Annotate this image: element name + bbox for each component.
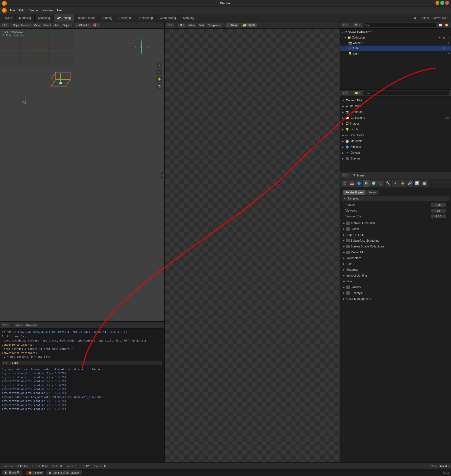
db-brushes[interactable]: ▶ 🖌 Brushes [340,103,451,109]
sss-section[interactable]: ▶ Subsurface Scattering [342,238,450,244]
tab-rendering[interactable]: Rendering [136,14,156,22]
db-collections[interactable]: ▶ 📁 Collections ⬡⬡ [340,115,451,121]
hair-section[interactable]: ▶ Hair [342,261,450,267]
db-current-file[interactable]: ▼ Current File [340,97,451,103]
sc-arrow[interactable] [341,31,343,34]
prop-tab-render[interactable]: 🎬 [341,180,348,187]
cube-eye[interactable]: 👁 [442,46,446,50]
prop-tab-constraints[interactable]: 🔗 [406,180,413,187]
motionblur-section[interactable]: ▶ Motion Blur [342,249,450,255]
light-eye[interactable]: 👁 [446,52,450,56]
outliner-light[interactable]: 💡 Light 👁 [340,51,451,56]
indirect-section[interactable]: ▶ Indirect Lighting [342,273,450,278]
menu-render[interactable]: Render [27,8,40,13]
ao-checkbox[interactable] [346,222,350,225]
snap-dropdown[interactable]: 🧲 ▼ [92,23,100,27]
eevee-btn[interactable]: Eevee [366,190,378,195]
db-objects[interactable]: ▶ 🔸 Objects [340,150,451,156]
tab-texture-paint[interactable]: Texture Paint [74,14,98,22]
dof-section[interactable]: ▶ Depth of Field [342,232,450,238]
outliner-type-dropdown[interactable]: ⬡ ▼ [342,23,349,27]
object-mode-dropdown[interactable]: Object Mode ▼ [11,24,32,27]
console-content[interactable]: PYTHON INTERACTIVE CONSOLE 3.8.10 (defau… [0,329,164,462]
prop-tab-material[interactable]: ⬤ [421,180,428,187]
uv-new-btn[interactable]: + New [226,23,239,27]
hand-icon[interactable]: ✋ [156,76,162,82]
cam-eye[interactable]: 👁 [446,41,450,45]
editor-type-dropdown[interactable]: ⬡ ▼ [1,23,9,27]
tab-animation[interactable]: Animation [116,14,136,22]
uv-editor-type[interactable]: ⬡ ▼ [166,23,174,27]
simplify-section[interactable]: ▶ Simplify [342,284,450,290]
col-eye[interactable]: 👁 [437,36,441,40]
blender-taskbar[interactable]: 🔶 Blender [26,471,44,475]
film-section[interactable]: ▶ Film [342,278,450,284]
freestyle-checkbox[interactable] [346,291,350,295]
object-btn[interactable]: Object [61,24,72,27]
prop-tab-data[interactable]: 📊 [414,180,420,187]
outliner-camera[interactable]: 📷 Camera 👁 [340,40,451,46]
prop-tab-output[interactable]: 📤 [348,180,355,187]
cube-select[interactable]: ✓ [446,46,450,50]
console-editor-type[interactable]: ⬡ ▼ [1,323,9,327]
db-cameras[interactable]: ▶ 📷 Cameras [340,109,451,115]
db-images[interactable]: ▶ 🖼 Images [340,121,451,127]
maximize-button[interactable]: □ [440,1,444,5]
freestyle-section[interactable]: ▶ Freestyle [342,290,450,296]
tab-uv-editing[interactable]: UV Editing [54,14,74,22]
db-materials[interactable]: ▶ ⬤ Materials [340,138,451,144]
menu-help[interactable]: Help [55,8,65,13]
db-scenes[interactable]: ▶ 🎬 Scenes [340,156,451,161]
uv-text-btn[interactable]: Text [198,24,205,27]
col-check[interactable]: ✓ [446,36,450,40]
start-menu[interactable]: 🐧 开始菜单 [2,470,22,475]
select-btn[interactable]: Select [42,24,52,27]
gizmo[interactable]: Z X -Z -X [133,38,152,58]
menu-window[interactable]: Window [40,8,55,13]
db-search[interactable] [364,91,450,95]
ambient-occlusion-section[interactable]: ▶ Ambient Occlusion [342,220,450,226]
zoom-in-icon[interactable]: + [156,63,162,68]
viewport-de-value[interactable]: 1.00 [431,214,446,218]
prop-tab-physics[interactable]: ⚡ [399,180,406,187]
tab-layout[interactable]: Layout [0,14,16,22]
sss-checkbox[interactable] [346,239,350,242]
prop-tab-world[interactable]: 🌍 [370,180,377,187]
outliner-search[interactable] [364,23,436,27]
prop-type-dropdown[interactable]: ⬡ ▼ [342,174,349,177]
outliner-view-options[interactable]: ⬜ [437,22,443,28]
render-value[interactable]: 128 [431,203,446,207]
tab-modeling[interactable]: Modeling [16,14,35,22]
view-btn[interactable]: View [32,24,41,27]
bloom-checkbox[interactable] [346,227,350,231]
bloom-section[interactable]: ▶ Bloom [342,226,450,232]
add-btn[interactable]: Add [53,24,61,27]
transform-dropdown[interactable]: ↔ Global ▼ [75,24,91,27]
tab-sculpting[interactable]: Sculpting [35,14,54,22]
tab-compositing[interactable]: Compositing [156,14,180,22]
volumetrics-section[interactable]: ▶ Volumetrics [342,255,450,261]
outliner-collection[interactable]: 📁 Collection 👁 🖥 ✓ [340,35,451,40]
db-linestyles[interactable]: ▶ ✏ Line Styles [340,132,451,138]
uv-open-btn[interactable]: 📂 Open [241,23,257,27]
outliner-filter[interactable]: 🔽 [444,22,450,28]
shadows-section[interactable]: ▶ Shadows [342,267,450,273]
prop-tab-object[interactable]: ⬡ [377,180,384,187]
colormgmt-section[interactable]: ▶ Color Management [342,296,450,302]
simplify-checkbox[interactable] [346,286,350,289]
uv-view-btn[interactable]: View [187,24,196,27]
db-lights[interactable]: ▶ 💡 Lights [340,127,451,132]
db-meshes[interactable]: ▶ 🔷 Meshes [340,144,451,150]
viewport-edge-arrow[interactable]: ◁ [161,172,164,178]
menu-edit[interactable]: Edit [17,8,26,13]
sampling-header[interactable]: ▼ Sampling [342,196,450,201]
col-cam[interactable]: 🖥 [442,36,446,40]
tab-shading[interactable]: Shading [98,14,116,22]
menu-file[interactable]: File [8,8,17,13]
viewport-canvas[interactable]: ◁ [0,29,164,321]
prop-tab-viewlayer[interactable]: 🔷 [356,180,362,187]
prop-tab-scene[interactable]: ⚙ [363,180,370,187]
render-engine-btn[interactable]: Render Engine [343,190,365,195]
camera-view-icon[interactable]: 📷 [156,83,162,89]
scene-label[interactable]: Scene [419,16,430,20]
